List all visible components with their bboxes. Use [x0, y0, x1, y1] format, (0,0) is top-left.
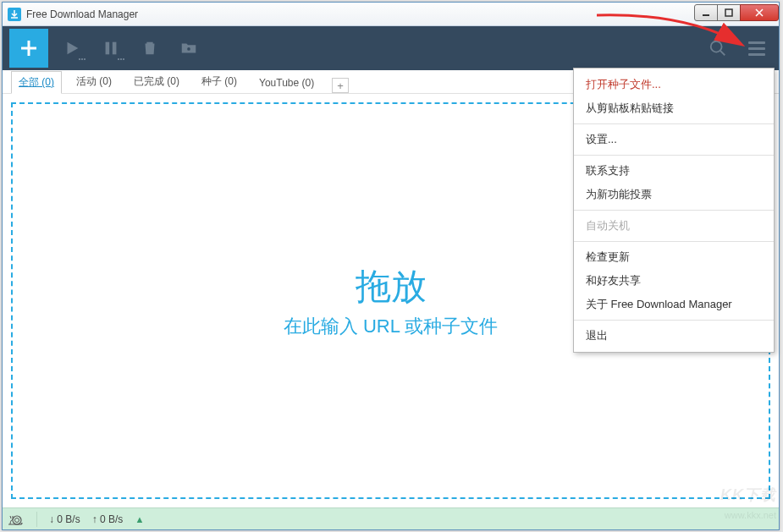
- svg-point-7: [15, 518, 19, 522]
- tab-all[interactable]: 全部 (0): [11, 71, 62, 94]
- menu-vote[interactable]: 为新功能投票: [574, 183, 774, 206]
- play-button[interactable]: [57, 33, 87, 63]
- watermark-url: www.kkx.net: [725, 510, 776, 520]
- svg-rect-2: [106, 42, 110, 55]
- svg-point-6: [13, 516, 21, 524]
- menu-paste-clipboard[interactable]: 从剪贴板粘贴链接: [574, 96, 774, 120]
- svg-rect-3: [113, 42, 117, 55]
- tab-youtube[interactable]: YouTube (0): [251, 73, 322, 93]
- tab-completed[interactable]: 已完成 (0): [126, 70, 187, 93]
- maximize-button[interactable]: [717, 4, 741, 21]
- svg-point-5: [711, 41, 722, 52]
- menu-share[interactable]: 和好友共享: [574, 269, 774, 293]
- expand-status-icon[interactable]: ▲: [135, 514, 144, 524]
- menu-open-torrent[interactable]: 打开种子文件...: [574, 73, 774, 96]
- pause-button[interactable]: [96, 33, 126, 63]
- svg-rect-0: [703, 14, 709, 16]
- close-button[interactable]: [740, 4, 779, 21]
- window-title: Free Download Manager: [26, 8, 695, 20]
- add-tab-button[interactable]: +: [332, 78, 349, 93]
- drop-title: 拖放: [356, 263, 427, 310]
- app-icon: [8, 8, 21, 21]
- drop-subtitle: 在此输入 URL 或种子文件: [284, 314, 498, 339]
- add-download-button[interactable]: [9, 29, 48, 68]
- svg-rect-1: [725, 9, 732, 16]
- delete-button[interactable]: [135, 33, 165, 63]
- download-speed: ↓ 0 B/s: [49, 513, 80, 525]
- menu-about[interactable]: 关于 Free Download Manager: [574, 293, 774, 316]
- menu-settings[interactable]: 设置...: [574, 128, 774, 151]
- menu-contact[interactable]: 联系支持: [574, 159, 774, 183]
- menu-exit[interactable]: 退出: [574, 324, 774, 348]
- toolbar: [3, 26, 779, 70]
- minimize-button[interactable]: [694, 4, 718, 21]
- folder-button[interactable]: [174, 33, 204, 63]
- svg-point-4: [187, 47, 190, 51]
- menu-check-update[interactable]: 检查更新: [574, 245, 774, 269]
- main-menu-dropdown: 打开种子文件... 从剪贴板粘贴链接 设置... 联系支持 为新功能投票 自动关…: [573, 68, 775, 353]
- tab-active[interactable]: 活动 (0): [69, 70, 119, 93]
- status-bar: ↓ 0 B/s ↑ 0 B/s ▲: [3, 507, 779, 529]
- tab-torrents[interactable]: 种子 (0): [194, 70, 245, 93]
- hamburger-menu-button[interactable]: [742, 33, 772, 63]
- upload-speed: ↑ 0 B/s: [92, 513, 124, 525]
- search-button[interactable]: [703, 33, 733, 63]
- titlebar: Free Download Manager: [3, 3, 779, 26]
- menu-shutdown: 自动关机: [574, 214, 774, 238]
- watermark-brand: KK下载: [720, 485, 776, 505]
- snail-icon[interactable]: [6, 512, 25, 527]
- window-buttons: [695, 4, 779, 21]
